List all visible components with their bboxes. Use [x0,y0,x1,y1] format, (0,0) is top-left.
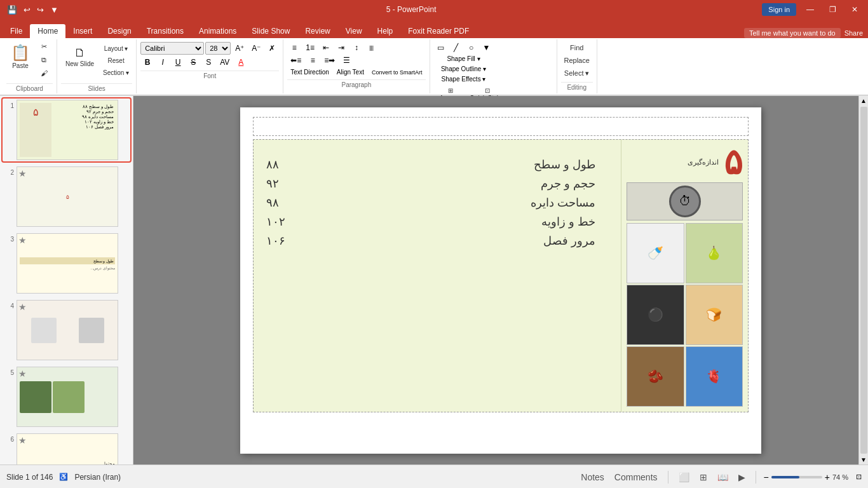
shape-outline-button[interactable]: Shape Outline ▾ [434,64,494,74]
tab-foxit[interactable]: Foxit Reader PDF [400,24,477,38]
zoom-in-button[interactable]: + [825,472,830,482]
group-slides: 🗋 New Slide Layout ▾ Reset Section ▾ Sli… [57,39,137,93]
font-family-select[interactable]: Calibri [140,42,204,55]
align-right-button[interactable]: ≡➡ [321,55,338,66]
accessibility-button[interactable]: ♿ [59,473,68,481]
paragraph-label: Paragraph [287,79,425,88]
new-slide-button[interactable]: 🗋 New Slide [61,41,98,72]
select-button[interactable]: Select ▾ [561,67,593,79]
tab-animations[interactable]: Animations [191,24,244,38]
slide-thumb-3[interactable]: 3 ★ طول و سطح محتوای درس... [3,232,130,295]
tab-review[interactable]: Review [297,24,337,38]
shape-effects-button[interactable]: Shape Effects ▾ [434,74,494,84]
font-size-select[interactable]: 28 [205,42,231,55]
tab-transitions[interactable]: Transitions [139,24,191,38]
close-button[interactable]: ✕ [846,4,863,15]
clear-format-button[interactable]: ✗ [265,43,279,54]
reset-button[interactable]: Reset [100,55,132,66]
decrease-indent-button[interactable]: ⇤ [319,42,333,53]
fit-slide-button[interactable]: ⊡ [856,473,862,481]
format-painter-button[interactable]: 🖌 [35,67,53,79]
slide-sorter-button[interactable]: ⊞ [697,471,710,484]
text-direction-button[interactable]: Text Direction [287,67,332,77]
tab-slideshow[interactable]: Slide Show [244,24,297,38]
grid-img-5: 🫘 [627,346,684,407]
line-shape[interactable]: ╱ [449,42,463,53]
minimize-button[interactable]: — [801,4,819,15]
chapter-header: اندازه‌گیری ۵ [627,145,743,180]
slide-thumb-1[interactable]: 1 طول و سطح ۸۸ حجم و جرم ۹۲ مساحت دایره … [3,98,130,161]
copy-button[interactable]: ⧉ [35,54,53,66]
paste-button[interactable]: 📋 Paste [6,41,34,72]
scroll-up-button[interactable]: ▲ [859,96,868,105]
scroll-down-button[interactable]: ▼ [859,455,868,464]
notes-button[interactable]: Notes [578,471,607,484]
strikethrough-button[interactable]: S [186,57,200,68]
char-spacing-button[interactable]: AV [217,57,233,68]
numbering-button[interactable]: 1≡ [302,42,318,53]
zoom-slider[interactable] [771,476,822,478]
slide-preview-6: ★ محتوا... [17,433,118,464]
more-shapes[interactable]: ▼ [480,42,494,53]
group-font: Calibri 28 A⁺ A⁻ ✗ B I U S S AV A [137,39,283,93]
increase-font-button[interactable]: A⁺ [232,43,247,54]
shape-fill-button[interactable]: Shape Fill ▾ [434,54,494,64]
slide-thumb-4[interactable]: 4 ★ [3,299,130,362]
tab-design[interactable]: Design [100,24,139,38]
tab-home[interactable]: Home [30,24,65,38]
replace-button[interactable]: Replace [561,55,593,66]
slide-panel[interactable]: 1 طول و سطح ۸۸ حجم و جرم ۹۲ مساحت دایره … [0,96,133,464]
slide-thumb-2[interactable]: 2 ★ ۵ [3,165,130,228]
bold-button[interactable]: B [140,57,154,68]
increase-indent-button[interactable]: ⇥ [334,42,348,53]
save-button[interactable]: 💾 [5,4,19,15]
slide-thumb-5[interactable]: 5 ★ [3,365,130,428]
tab-view[interactable]: View [338,24,370,38]
align-text-button[interactable]: Align Text [334,67,367,77]
tab-file[interactable]: File [3,24,30,38]
oval-shape[interactable]: ○ [465,42,478,53]
cut-button[interactable]: ✂ [35,41,53,53]
bullets-button[interactable]: ≡ [287,42,301,53]
line-spacing-button[interactable]: ↕ [349,42,363,53]
italic-button[interactable]: I [156,57,170,68]
sign-in-button[interactable]: Sign in [762,3,796,16]
undo-button[interactable]: ↩ [22,4,32,15]
group-editing: Find Replace Select ▾ Editing [557,39,597,93]
slide-row-1: طول و سطح ۸۸ [266,158,595,172]
slide-thumb-6[interactable]: 6 ★ محتوا... [3,432,130,464]
tab-help[interactable]: Help [370,24,401,38]
tab-insert[interactable]: Insert [65,24,100,38]
underline-button[interactable]: U [171,57,185,68]
slide-preview-2: ★ ۵ [17,166,118,227]
rect-shape[interactable]: ▭ [434,42,448,53]
slide-image-section: اندازه‌گیری ۵ ⏱ 🍼 🍐 ⚫ 🍞 🫘 🫀 [621,140,748,412]
align-center-button[interactable]: ≡ [306,55,320,66]
decrease-font-button[interactable]: A⁻ [248,43,264,54]
content-placeholder[interactable]: طول و سطح ۸۸ حجم و جرم ۹۲ مساحت دایره ۹۸… [253,139,749,412]
justify-button[interactable]: ☰ [339,55,353,66]
customize-button[interactable]: ▼ [48,4,60,15]
status-bar: Slide 1 of 146 ♿ Persian (Iran) Notes Co… [0,464,868,488]
title-placeholder[interactable] [253,117,749,136]
tell-me-box[interactable]: Tell me what you want to do [744,28,841,38]
redo-button[interactable]: ↪ [35,4,46,15]
group-clipboard: 📋 Paste ✂ ⧉ 🖌 Clipboard [3,39,57,93]
share-button[interactable]: Share [844,29,863,37]
layout-button[interactable]: Layout ▾ [100,43,132,54]
align-left-button[interactable]: ⬅≡ [287,55,304,66]
convert-smartart-button[interactable]: Convert to SmartArt [369,67,426,77]
comments-button[interactable]: Comments [612,471,660,484]
zoom-out-button[interactable]: − [764,472,769,482]
slideshow-view-button[interactable]: ▶ [736,471,748,484]
quick-access-toolbar: 💾 ↩ ↪ ▼ [5,4,60,15]
section-button[interactable]: Section ▾ [100,67,132,78]
normal-view-button[interactable]: ⬜ [676,471,692,484]
columns-button[interactable]: ⫼ [365,42,379,53]
font-color-button[interactable]: A [234,57,248,68]
reading-view-button[interactable]: 📖 [715,471,731,484]
find-button[interactable]: Find [561,42,593,53]
vertical-scrollbar[interactable]: ▲ ▼ [858,96,868,464]
shadow-button[interactable]: S [201,57,215,68]
restore-button[interactable]: ❐ [824,4,841,15]
